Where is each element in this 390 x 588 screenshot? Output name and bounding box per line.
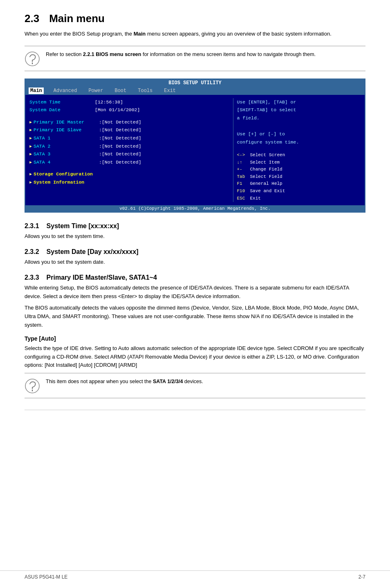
bios-value-system-date: [Mon 01/14/2002]: [95, 106, 140, 114]
page-divider: [25, 410, 365, 410]
bios-row-sata3: ► SATA 3 :[Not Detected]: [29, 150, 230, 158]
sub-text-2-3-3-p1: While entering Setup, the BIOS automatic…: [25, 284, 365, 301]
sub-heading-2-3-3: 2.3.3Primary IDE Master/Slave, SATA1~4: [25, 274, 365, 281]
bios-arrow-primary-ide-slave: ►: [29, 127, 32, 134]
bios-row-sata1: ► SATA 1 :[Not Detected]: [29, 134, 230, 142]
bios-row-primary-ide-slave: ► Primary IDE Slave :[Not Detected]: [29, 126, 230, 134]
bios-footer: v02.61 (C)Copyright 1985-2008, American …: [25, 205, 365, 212]
intro-paragraph: When you enter the BIOS Setup program, t…: [25, 30, 365, 38]
bios-nav-row-updown: ↓↑ Select Item: [237, 159, 362, 166]
bios-menu-bar: Main Advanced Power Boot Tools Exit: [25, 87, 365, 95]
note-box-1: Refer to section 2.2.1 BIOS menu screen …: [25, 46, 365, 71]
bios-label-primary-ide-master: Primary IDE Master: [34, 118, 99, 126]
bios-value-primary-ide-master: :[Not Detected]: [99, 118, 141, 126]
note-box-2: This item does not appear when you selec…: [25, 373, 365, 398]
sub-heading-2-3-1: 2.3.1System Time [xx:xx:xx]: [25, 222, 365, 230]
bios-menu-power: Power: [87, 88, 105, 94]
bios-screenshot: BIOS SETUP UTILITY Main Advanced Power B…: [25, 79, 365, 213]
bios-row-system-date: System Date [Mon 01/14/2002]: [29, 106, 230, 114]
section-number: 2.3: [25, 12, 39, 25]
bios-arrow-sata4: ►: [29, 159, 32, 166]
bios-nav-row-plusminus: +- Change Field: [237, 166, 362, 173]
bios-nav-row-tab: Tab Select Field: [237, 173, 362, 181]
page-footer: ASUS P5G41-M LE 2-7: [0, 570, 390, 580]
bios-nav-help: <-> Select Screen ↓↑ Select Item +- Chan…: [237, 152, 362, 202]
bios-label-system-info: System Information: [34, 178, 99, 186]
bios-label-sata2: SATA 2: [34, 142, 99, 150]
bios-label-system-time: System Time: [29, 98, 95, 106]
bios-arrow-sata2: ►: [29, 143, 32, 150]
bios-row-primary-ide-master: ► Primary IDE Master :[Not Detected]: [29, 118, 230, 126]
sub-heading-2-3-2: 2.3.2System Date [Day xx/xx/xxxx]: [25, 248, 365, 256]
bios-menu-boot: Boot: [113, 88, 128, 94]
footer-right: 2-7: [359, 574, 365, 580]
bios-menu-tools: Tools: [136, 88, 154, 94]
section-heading: 2.3Main menu: [25, 12, 365, 25]
bios-value-sata2: :[Not Detected]: [99, 142, 141, 150]
bios-menu-main: Main: [29, 88, 44, 94]
note-icon-1: [25, 51, 40, 67]
bios-menu-exit: Exit: [162, 88, 177, 94]
bios-nav-row-f1: F1 General Help: [237, 180, 362, 188]
sub-text-2-3-1: Allows you to set the system time.: [25, 232, 365, 241]
bios-value-system-time: [12:56:38]: [95, 98, 123, 106]
bios-arrow-primary-ide-master: ►: [29, 119, 32, 126]
bios-nav-row-arrows: <-> Select Screen: [237, 152, 362, 159]
bios-body: System Time [12:56:38] System Date [Mon …: [25, 95, 365, 205]
section-title: Main menu: [49, 12, 105, 25]
note-text-1: Refer to section 2.2.1 BIOS menu screen …: [46, 50, 316, 58]
sub-text-2-3-2: Allows you to set the system date.: [25, 258, 365, 267]
bios-nav-row-f10: F10 Save and Exit: [237, 188, 362, 195]
note-text-2: This item does not appear when you selec…: [46, 377, 203, 386]
sub-text-2-3-3-p2: The BIOS automatically detects the value…: [25, 304, 365, 329]
bios-label-sata4: SATA 4: [34, 158, 99, 166]
subsection-2-3-3: 2.3.3Primary IDE Master/Slave, SATA1~4 W…: [25, 274, 365, 398]
bios-menu-advanced: Advanced: [52, 88, 79, 94]
bios-row-system-time: System Time [12:56:38]: [29, 98, 230, 106]
bios-value-sata3: :[Not Detected]: [99, 150, 141, 158]
bios-value-sata1: :[Not Detected]: [99, 134, 141, 142]
bios-left-panel: System Time [12:56:38] System Date [Mon …: [28, 98, 230, 202]
bios-value-sata4: :[Not Detected]: [99, 158, 141, 166]
note-icon-2: [25, 378, 40, 394]
bios-value-primary-ide-slave: :[Not Detected]: [99, 126, 141, 134]
subsection-2-3-2: 2.3.2System Date [Day xx/xx/xxxx] Allows…: [25, 248, 365, 267]
bios-arrow-storage-config: ►: [29, 171, 32, 178]
bios-arrow-system-info: ►: [29, 179, 32, 186]
sub-sub-heading-type-auto: Type [Auto]: [25, 335, 365, 342]
bios-arrow-sata1: ►: [29, 135, 32, 142]
bios-arrow-sata3: ►: [29, 151, 32, 158]
bios-row-sata2: ► SATA 2 :[Not Detected]: [29, 142, 230, 150]
bios-row-storage-config: ► Storage Configuration: [29, 170, 230, 178]
sub-sub-text-type-auto: Selects the type of IDE drive. Setting t…: [25, 344, 365, 370]
bios-row-sata4: ► SATA 4 :[Not Detected]: [29, 158, 230, 166]
bios-label-sata3: SATA 3: [34, 150, 99, 158]
bios-help-text: Use [ENTER], [TAB] or [SHIFT-TAB] to sel…: [237, 98, 362, 146]
bios-label-sata1: SATA 1: [34, 134, 99, 142]
bios-title-bar: BIOS SETUP UTILITY: [25, 79, 365, 87]
subsection-2-3-1: 2.3.1System Time [xx:xx:xx] Allows you t…: [25, 222, 365, 241]
bios-label-primary-ide-slave: Primary IDE Slave: [34, 126, 99, 134]
bios-row-system-info: ► System Information: [29, 178, 230, 186]
bios-label-system-date: System Date: [29, 106, 95, 114]
bios-nav-row-esc: ESC Exit: [237, 195, 362, 202]
bios-right-panel: Use [ENTER], [TAB] or [SHIFT-TAB] to sel…: [233, 98, 362, 202]
bios-label-storage-config: Storage Configuration: [34, 170, 99, 178]
footer-left: ASUS P5G41-M LE: [25, 574, 67, 580]
